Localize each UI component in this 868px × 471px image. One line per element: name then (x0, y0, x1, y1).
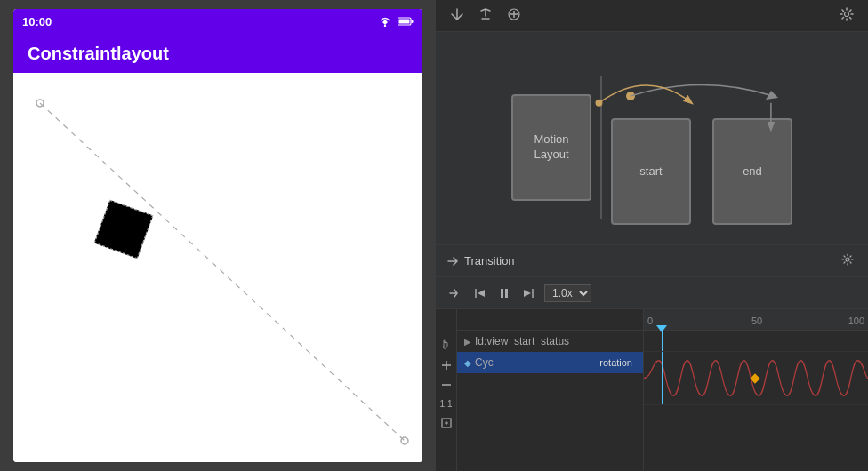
import-icon-btn[interactable] (446, 5, 468, 27)
android-preview: 10:00 Constraintlayout (0, 0, 436, 471)
end-node[interactable]: end (712, 118, 792, 225)
cyc-icon: ◆ (464, 358, 471, 368)
wifi-icon (378, 16, 392, 27)
track-group-icon: ▶ (464, 337, 471, 347)
device-frame: 10:00 Constraintlayout (13, 9, 422, 462)
toolbar-icons (446, 5, 525, 27)
pause-icon (498, 287, 510, 299)
hand-icon (440, 339, 453, 351)
diagram-divider (600, 76, 602, 219)
arrow-right-icon (446, 255, 459, 267)
play-forward-btn[interactable] (445, 285, 464, 301)
transition-header: Transition (436, 245, 868, 277)
status-icons (378, 16, 414, 27)
app-bar: Constraintlayout (13, 34, 422, 73)
app-title: Constraintlayout (28, 44, 169, 64)
track-group-label: Id:view_start_status (475, 335, 636, 347)
transition-gear-icon (841, 253, 854, 266)
transition-arrow-svg (613, 69, 791, 118)
svg-line-5 (40, 103, 405, 441)
expand-btn[interactable] (438, 415, 454, 431)
right-settings-btn[interactable] (836, 5, 857, 27)
svg-marker-17 (478, 290, 485, 297)
status-time: 10:00 (22, 15, 52, 28)
export-icon (478, 7, 493, 21)
svg-point-1 (384, 25, 386, 27)
canvas-area (13, 73, 422, 462)
diagram-area: Motion Layout start (436, 32, 868, 245)
gear-icon (840, 7, 854, 21)
fit-view-btn[interactable]: 1:1 (438, 396, 455, 411)
start-label: start (639, 164, 662, 180)
timeline-tracks: 0 50 100 (644, 309, 868, 471)
speed-selector[interactable]: 1.0x (544, 284, 591, 302)
transition-panel: Transition (436, 245, 868, 471)
group-track (644, 331, 868, 352)
status-bar: 10:00 (13, 9, 422, 34)
cyc-label: Cyc (475, 356, 596, 369)
zoom-out-btn[interactable] (438, 377, 454, 393)
skip-end-btn[interactable] (519, 285, 539, 301)
ruler-mark-50: 50 (751, 315, 762, 326)
svg-rect-4 (399, 20, 410, 24)
export-icon-btn[interactable] (475, 5, 496, 27)
timeline-area: 1:1 ▶ Id:view_start_status (436, 309, 868, 471)
playhead[interactable] (662, 331, 663, 351)
plus-icon (441, 360, 452, 371)
pause-btn[interactable] (494, 285, 514, 301)
transition-settings-btn[interactable] (838, 251, 857, 271)
add-icon (507, 7, 521, 21)
waveform-svg (644, 352, 868, 404)
skip-start-btn[interactable] (470, 285, 489, 301)
waveform-track (644, 352, 868, 405)
skip-start-icon (473, 287, 486, 299)
playback-controls: 1.0x (436, 277, 868, 309)
play-forward-icon (448, 287, 461, 299)
svg-point-11 (845, 12, 849, 16)
track-labels: ▶ Id:view_start_status ◆ Cyc rotation (457, 309, 644, 471)
right-panel: Motion Layout start (436, 0, 868, 471)
end-label: end (743, 164, 762, 180)
timeline-ruler: 0 50 100 (644, 309, 868, 331)
motion-layout-node[interactable]: Motion Layout (511, 94, 591, 201)
svg-marker-0 (382, 20, 388, 25)
cyc-type: rotation (596, 356, 636, 369)
hand-tool-btn[interactable] (438, 336, 455, 354)
transition-title: Transition (446, 254, 515, 267)
battery-icon (398, 16, 414, 27)
add-keyframe-btn[interactable] (503, 5, 525, 27)
ruler-mark-0: 0 (647, 315, 653, 326)
import-icon (450, 7, 464, 21)
ruler-mark-100: 100 (848, 315, 864, 326)
playhead-lower (662, 352, 663, 404)
expand-icon (441, 418, 452, 428)
svg-rect-3 (412, 20, 414, 23)
minus-icon (441, 379, 452, 390)
fit-icon: 1:1 (440, 399, 453, 409)
svg-rect-18 (501, 289, 503, 298)
track-group-row: ▶ Id:view_start_status (457, 331, 643, 352)
right-toolbar (436, 0, 868, 32)
motion-path-svg (13, 73, 422, 462)
svg-rect-19 (505, 289, 508, 298)
track-cyc-row[interactable]: ◆ Cyc rotation (457, 352, 643, 373)
svg-point-15 (846, 258, 849, 261)
start-node[interactable]: start (611, 118, 691, 225)
skip-end-icon (523, 287, 535, 299)
zoom-in-btn[interactable] (438, 357, 454, 373)
svg-marker-21 (524, 290, 531, 297)
playhead-triangle (656, 325, 667, 332)
motion-layout-label: Motion Layout (534, 132, 568, 163)
